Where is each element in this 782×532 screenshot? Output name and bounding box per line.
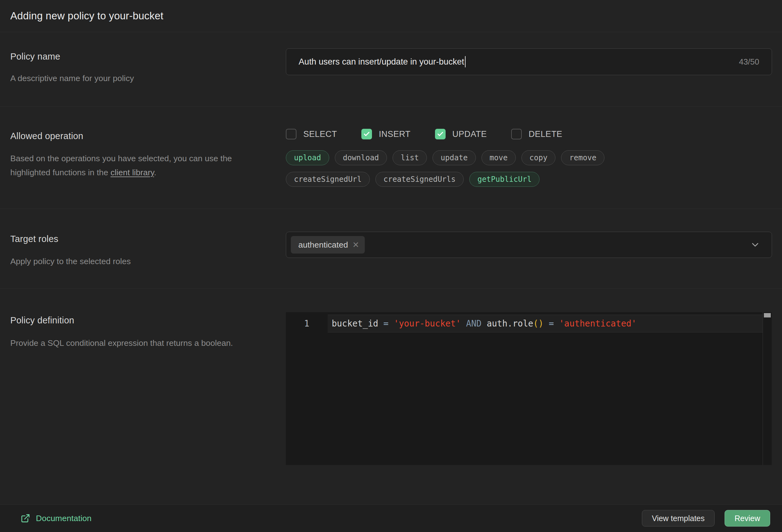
policy-name-label: Policy name xyxy=(10,51,60,62)
checkbox-insert[interactable]: INSERT xyxy=(361,129,411,140)
pill-move: move xyxy=(482,150,516,165)
policy-definition-label: Policy definition xyxy=(10,315,74,326)
policy-definition-section: Policy definition Provide a SQL conditio… xyxy=(0,289,782,504)
text-cursor xyxy=(465,56,466,67)
dialog-footer: Documentation View templates Review xyxy=(0,504,782,532)
code-token: . xyxy=(507,318,513,328)
code-token: () xyxy=(533,318,543,328)
dialog-header: Adding new policy to your-bucket xyxy=(0,0,782,32)
dialog-title: Adding new policy to your-bucket xyxy=(10,10,164,22)
allowed-operation-section: Allowed operation Based on the operation… xyxy=(0,106,782,208)
policy-definition-description: Provide a SQL conditional expression tha… xyxy=(10,336,243,350)
view-templates-button[interactable]: View templates xyxy=(642,510,715,527)
function-pills-row-1: upload download list update move copy re… xyxy=(286,150,604,165)
operation-checkbox-row: SELECT INSERT UPDATE DELETE xyxy=(286,129,562,140)
editor-scrollbar[interactable] xyxy=(763,312,772,465)
documentation-link[interactable]: Documentation xyxy=(21,514,92,523)
code-token: = xyxy=(378,318,394,328)
checkbox-delete-box[interactable] xyxy=(511,129,522,140)
target-roles-label: Target roles xyxy=(10,234,58,244)
allowed-operation-label: Allowed operation xyxy=(10,131,83,141)
pill-createsignedurls: createSignedUrls xyxy=(376,172,464,187)
function-pills-row-2: createSignedUrl createSignedUrls getPubl… xyxy=(286,172,539,187)
pill-createsignedurl: createSignedUrl xyxy=(286,172,370,187)
checkbox-select-label: SELECT xyxy=(303,129,337,139)
role-chip-label: authenticated xyxy=(298,240,348,250)
review-button[interactable]: Review xyxy=(724,510,770,527)
pill-list: list xyxy=(393,150,427,165)
checkbox-insert-label: INSERT xyxy=(379,129,411,139)
policy-name-section: Policy name A descriptive name for your … xyxy=(0,32,782,106)
checkbox-select[interactable]: SELECT xyxy=(286,129,337,140)
code-token: auth xyxy=(487,318,507,328)
scrollbar-thumb[interactable] xyxy=(764,313,771,317)
code-line-1[interactable]: bucket_id = 'your-bucket' AND auth.role(… xyxy=(328,315,763,333)
pill-upload: upload xyxy=(286,150,329,165)
add-policy-dialog: Adding new policy to your-bucket Policy … xyxy=(0,0,782,532)
code-token: AND xyxy=(461,318,487,328)
client-library-link[interactable]: client library xyxy=(110,168,154,177)
target-roles-description: Apply policy to the selected roles xyxy=(10,255,131,268)
code-token: 'your-bucket' xyxy=(394,318,461,328)
checkbox-update-label: UPDATE xyxy=(453,129,487,139)
checkbox-insert-box[interactable] xyxy=(361,129,372,140)
policy-name-input[interactable]: Auth users can insert/update in your-buc… xyxy=(286,48,772,75)
code-token: role xyxy=(513,318,533,328)
checkbox-delete[interactable]: DELETE xyxy=(511,129,562,140)
checkbox-select-box[interactable] xyxy=(286,129,296,140)
pill-remove: remove xyxy=(561,150,604,165)
code-token: 'authenticated' xyxy=(559,318,637,328)
checkbox-delete-label: DELETE xyxy=(529,129,562,139)
pill-getpublicurl: getPublicUrl xyxy=(469,172,539,187)
footer-buttons: View templates Review xyxy=(642,510,770,527)
policy-name-value: Auth users can insert/update in your-buc… xyxy=(298,57,464,67)
documentation-label: Documentation xyxy=(36,514,92,523)
pill-copy: copy xyxy=(522,150,556,165)
char-counter: 43/50 xyxy=(739,57,759,67)
chevron-down-icon[interactable] xyxy=(750,239,760,250)
policy-name-description: A descriptive name for your policy xyxy=(10,71,134,85)
code-token: bucket_id xyxy=(332,318,378,328)
pill-download: download xyxy=(335,150,387,165)
external-link-icon xyxy=(21,514,30,523)
target-roles-select[interactable]: authenticated ✕ xyxy=(286,232,772,258)
pill-update: update xyxy=(432,150,476,165)
code-token: = xyxy=(543,318,559,328)
role-chip-authenticated[interactable]: authenticated ✕ xyxy=(291,236,365,254)
sql-code-editor[interactable]: 1 bucket_id = 'your-bucket' AND auth.rol… xyxy=(286,312,772,465)
allowed-operation-description: Based on the operations you have selecte… xyxy=(10,152,263,180)
remove-role-icon[interactable]: ✕ xyxy=(352,241,359,249)
line-number: 1 xyxy=(286,315,328,333)
checkbox-update[interactable]: UPDATE xyxy=(435,129,487,140)
checkbox-update-box[interactable] xyxy=(435,129,446,140)
target-roles-section: Target roles Apply policy to the selecte… xyxy=(0,208,782,289)
